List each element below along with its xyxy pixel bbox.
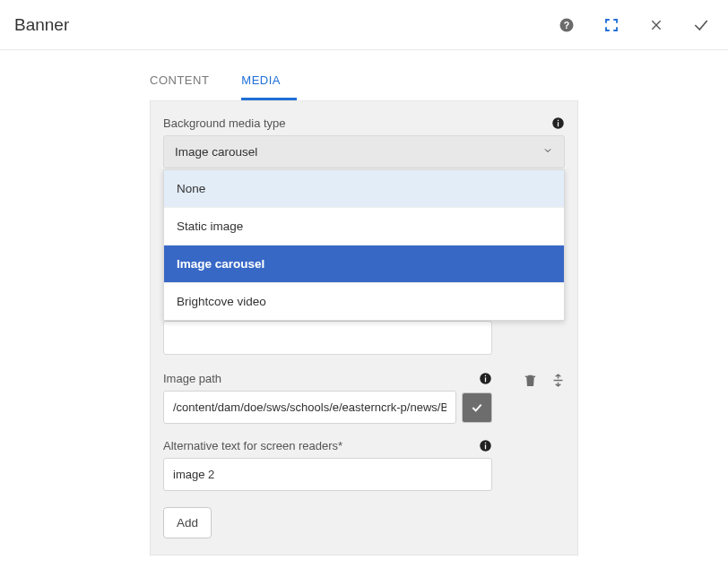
- svg-rect-7: [484, 375, 485, 375]
- option-static-image[interactable]: Static image: [164, 207, 564, 245]
- svg-rect-11: [525, 376, 535, 377]
- fullscreen-icon[interactable]: [599, 13, 624, 38]
- delete-icon[interactable]: [523, 373, 538, 392]
- bg-media-select[interactable]: Image carousel: [163, 135, 565, 168]
- dialog-title: Banner: [14, 15, 69, 35]
- help-icon[interactable]: ?: [554, 13, 579, 38]
- tab-media[interactable]: MEDIA: [241, 61, 297, 100]
- bg-media-label: Background media type: [163, 116, 286, 130]
- info-icon[interactable]: [478, 371, 492, 385]
- bg-media-selected-value: Image carousel: [175, 145, 257, 159]
- image-path-input[interactable]: [163, 391, 456, 424]
- header-actions: ?: [554, 13, 714, 38]
- svg-rect-6: [484, 377, 485, 382]
- form-body: Background media type Image carousel Non…: [150, 101, 578, 555]
- option-image-carousel[interactable]: Image carousel: [164, 245, 564, 282]
- dialog-panel: CONTENT MEDIA Background media type Imag…: [150, 61, 578, 555]
- tab-bar: CONTENT MEDIA: [150, 61, 578, 101]
- alt-text-input[interactable]: [163, 458, 492, 491]
- close-icon[interactable]: [644, 13, 669, 38]
- alt-text-label: Alternative text for screen readers*: [163, 439, 342, 452]
- tab-content[interactable]: CONTENT: [150, 61, 225, 100]
- info-icon[interactable]: [550, 116, 565, 130]
- chevron-down-icon: [542, 145, 553, 159]
- pathfield-confirm-button[interactable]: [462, 392, 492, 423]
- add-button[interactable]: Add: [163, 507, 212, 538]
- reorder-icon[interactable]: [550, 373, 566, 392]
- svg-rect-10: [484, 442, 485, 443]
- bg-media-label-row: Background media type: [163, 116, 565, 130]
- bg-media-dropdown: None Static image Image carousel Brightc…: [163, 169, 565, 321]
- image-item: Image path Alternative text for s: [163, 371, 565, 491]
- image-path-label: Image path: [163, 372, 221, 385]
- option-none[interactable]: None: [164, 170, 564, 207]
- confirm-icon[interactable]: [689, 13, 714, 38]
- svg-rect-9: [484, 444, 485, 449]
- obscured-input[interactable]: [163, 321, 492, 355]
- svg-rect-4: [557, 119, 558, 120]
- dialog-header: Banner ?: [0, 0, 728, 50]
- svg-rect-3: [557, 122, 558, 126]
- info-icon[interactable]: [478, 438, 492, 452]
- svg-text:?: ?: [564, 19, 569, 30]
- option-brightcove-video[interactable]: Brightcove video: [164, 282, 564, 320]
